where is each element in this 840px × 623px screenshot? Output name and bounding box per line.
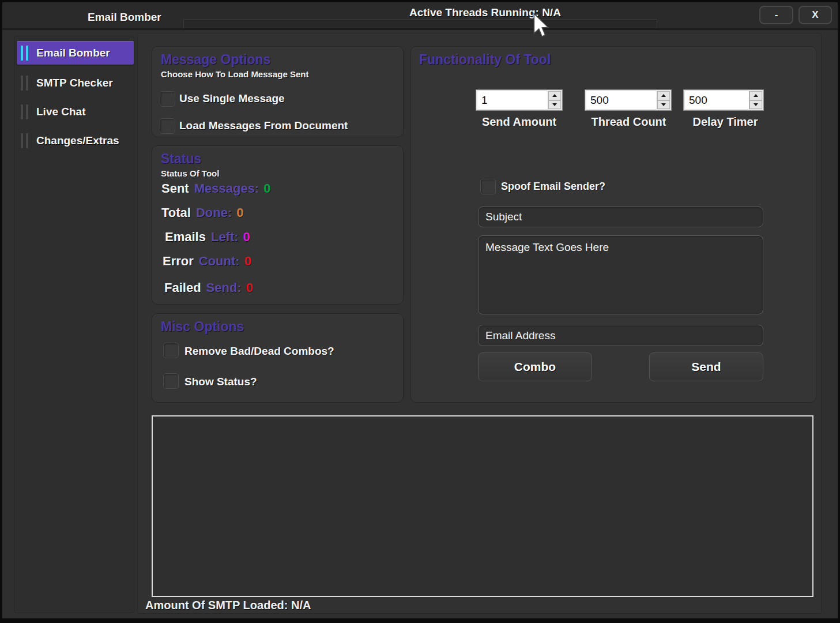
message-options-subtitle: Choose How To Load Message Sent — [161, 69, 308, 79]
spin-down-button[interactable] — [657, 100, 670, 110]
misc-options-group: Misc Options Remove Bad/Dead Combos? Sho… — [152, 313, 404, 403]
title-bar[interactable]: Email Bomber Active Threads Running: N/A… — [2, 2, 838, 30]
status-group: Status Status Of Tool SentMessages:0 Tot… — [152, 145, 404, 305]
arrow-up-icon — [661, 94, 666, 97]
subject-input[interactable] — [478, 207, 763, 227]
arrow-down-icon — [661, 103, 666, 106]
spoof-email-sender-label: Spoof Email Sender? — [501, 181, 605, 193]
use-single-message-label: Use Single Message — [179, 92, 285, 105]
thread-count-value[interactable]: 500 — [586, 91, 657, 109]
threads-progress-bar — [183, 19, 657, 28]
message-options-group: Message Options Choose How To Load Messa… — [152, 46, 404, 137]
active-threads-label: Active Threads Running: N/A — [409, 6, 561, 19]
smtp-loaded-label: Amount Of SMTP Loaded: N/A — [145, 599, 311, 612]
delay-timer-value[interactable]: 500 — [685, 91, 749, 109]
spin-up-button[interactable] — [548, 91, 561, 100]
status-row-total-done: TotalDone:0 — [161, 205, 244, 220]
arrow-up-icon — [754, 94, 758, 97]
status-row-error-count: ErrorCount:0 — [163, 254, 251, 269]
email-address-input[interactable] — [478, 325, 763, 346]
tab-grip-icon — [21, 104, 28, 119]
spin-up-button[interactable] — [749, 91, 762, 100]
send-amount-spinner[interactable]: 1 — [476, 90, 562, 110]
remove-bad-dead-combos-label: Remove Bad/Dead Combos? — [184, 345, 334, 358]
smtp-list-box[interactable] — [152, 415, 813, 597]
functionality-group: Functionality Of Tool 1 Send Amount 500 … — [410, 46, 816, 403]
delay-timer-spinner[interactable]: 500 — [684, 90, 763, 110]
misc-options-title: Misc Options — [161, 319, 244, 335]
spin-down-button[interactable] — [548, 100, 561, 110]
send-button[interactable]: Send — [649, 352, 763, 381]
delay-timer-label: Delay Timer — [679, 115, 771, 129]
sidebar-item-smtp-checker[interactable]: SMTP Checker — [17, 71, 134, 95]
status-row-emails-left: EmailsLeft:0 — [165, 230, 250, 245]
remove-bad-dead-combos-checkbox[interactable] — [163, 343, 179, 358]
send-amount-value[interactable]: 1 — [477, 91, 548, 109]
spoof-email-sender-checkbox[interactable] — [480, 179, 496, 194]
combo-button[interactable]: Combo — [478, 352, 592, 381]
close-button[interactable]: X — [798, 6, 832, 24]
send-amount-label: Send Amount — [469, 115, 570, 129]
sidebar-item-email-bomber[interactable]: Email Bomber — [17, 41, 134, 65]
arrow-down-icon — [552, 103, 557, 106]
sidebar: Email Bomber SMTP Checker Live Chat Chan… — [14, 36, 134, 613]
show-status-checkbox[interactable] — [163, 373, 179, 389]
tab-grip-icon — [21, 76, 28, 91]
show-status-label: Show Status? — [184, 376, 257, 388]
load-messages-from-document-checkbox[interactable] — [160, 118, 175, 134]
status-title: Status — [161, 151, 201, 167]
tab-grip-icon — [21, 46, 28, 61]
arrow-down-icon — [754, 103, 758, 106]
thread-count-spinner[interactable]: 500 — [585, 90, 671, 110]
arrow-up-icon — [552, 94, 557, 97]
spin-down-button[interactable] — [749, 100, 762, 110]
message-options-title: Message Options — [161, 52, 270, 67]
tab-grip-icon — [21, 133, 28, 148]
spin-up-button[interactable] — [657, 91, 670, 100]
status-row-failed-send: FailedSend:0 — [164, 280, 253, 295]
message-text-input[interactable]: Message Text Goes Here — [478, 235, 763, 314]
status-subtitle: Status Of Tool — [161, 168, 219, 178]
use-single-message-checkbox[interactable] — [160, 91, 175, 107]
minimize-button[interactable]: - — [759, 6, 793, 24]
status-row-sent-messages: SentMessages:0 — [161, 181, 270, 196]
load-messages-from-document-label: Load Messages From Document — [179, 119, 348, 132]
functionality-title: Functionality Of Tool — [419, 52, 551, 67]
thread-count-label: Thread Count — [578, 115, 679, 129]
app-window: Email Bomber Active Threads Running: N/A… — [2, 2, 838, 618]
window-title: Email Bomber — [88, 11, 161, 24]
sidebar-item-live-chat[interactable]: Live Chat — [17, 100, 134, 123]
sidebar-item-changes-extras[interactable]: Changes/Extras — [17, 129, 134, 152]
